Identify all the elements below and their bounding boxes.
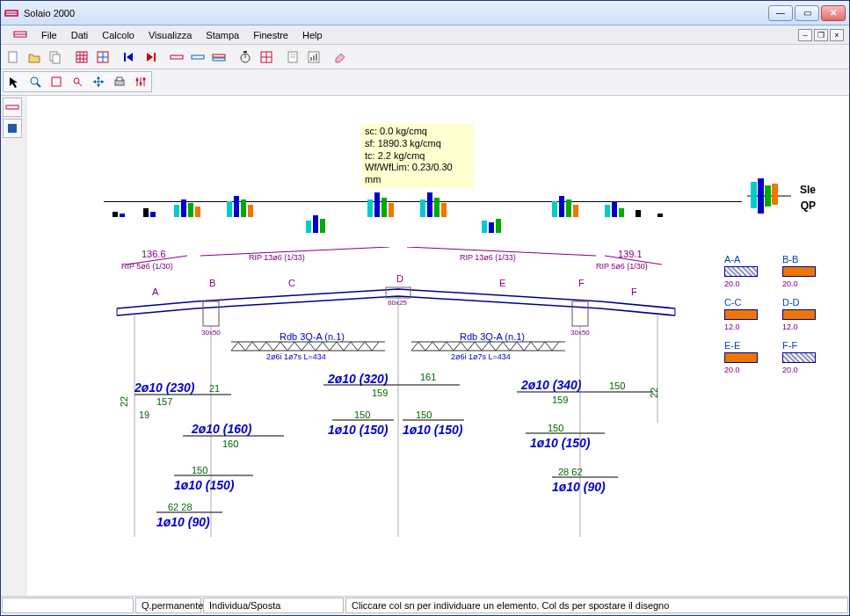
- svg-text:19: 19: [139, 409, 149, 420]
- menu-visualizza[interactable]: Visualizza: [142, 28, 199, 42]
- svg-text:RIP 13ø6 (1/33): RIP 13ø6 (1/33): [460, 253, 516, 262]
- last-icon[interactable]: [140, 47, 161, 67]
- svg-text:Rdb 3Q-A (n.1): Rdb 3Q-A (n.1): [280, 331, 345, 342]
- status-load: Q.permanente: [135, 598, 201, 613]
- svg-rect-23: [243, 51, 247, 53]
- main-toolbar: [1, 45, 849, 69]
- grid1-icon[interactable]: [71, 47, 92, 67]
- svg-rect-4: [9, 52, 17, 62]
- svg-rect-57: [758, 196, 764, 214]
- menu-stampa[interactable]: Stampa: [199, 28, 246, 42]
- menu-calcolo[interactable]: Calcolo: [95, 28, 142, 42]
- svg-text:150: 150: [609, 380, 625, 391]
- svg-text:B: B: [209, 278, 215, 288]
- svg-rect-55: [772, 184, 778, 196]
- qp-label: QP: [801, 199, 816, 212]
- minimize-button[interactable]: —: [768, 5, 793, 21]
- page-icon[interactable]: [282, 47, 303, 67]
- close-button[interactable]: ✕: [821, 5, 846, 21]
- svg-point-47: [140, 83, 142, 85]
- status-mode: Individua/Sposta: [203, 598, 344, 613]
- svg-text:2ø10 (320): 2ø10 (320): [327, 372, 389, 386]
- mdi-restore[interactable]: ❐: [814, 29, 828, 41]
- svg-text:139.1: 139.1: [618, 249, 643, 259]
- info-wf: Wf/WfLim: 0.23/0.30 mm: [365, 162, 470, 186]
- pan-icon[interactable]: [88, 72, 109, 91]
- app-menu-icon[interactable]: [6, 28, 34, 42]
- svg-text:RIP 13ø6 (1/33): RIP 13ø6 (1/33): [249, 253, 305, 262]
- svg-rect-36: [52, 77, 61, 86]
- zoom-icon[interactable]: [25, 72, 46, 91]
- svg-rect-18: [192, 55, 204, 59]
- sle-label: Sle: [800, 184, 816, 196]
- svg-rect-50: [8, 124, 17, 133]
- menu-dati[interactable]: Dati: [64, 28, 96, 42]
- svg-rect-54: [765, 185, 771, 196]
- mdi-minimize[interactable]: –: [798, 29, 812, 41]
- zoom-extents-icon[interactable]: [46, 72, 67, 91]
- svg-rect-56: [751, 196, 757, 208]
- cursor-icon[interactable]: [4, 72, 25, 91]
- svg-text:375.0: 375.0: [275, 247, 300, 249]
- table-icon[interactable]: [256, 47, 277, 67]
- first-icon[interactable]: [119, 47, 140, 67]
- svg-rect-83: [203, 301, 219, 326]
- side-beam-icon[interactable]: [3, 98, 22, 117]
- svg-text:62  28: 62 28: [168, 502, 193, 512]
- print-icon[interactable]: [109, 72, 130, 91]
- beam3-icon[interactable]: [208, 47, 229, 67]
- statusbar: Q.permanente Individua/Sposta Cliccare c…: [1, 596, 849, 615]
- new-icon[interactable]: [3, 47, 24, 67]
- svg-text:159: 159: [552, 395, 568, 405]
- maximize-button[interactable]: ▭: [795, 5, 819, 21]
- status-empty: [2, 598, 134, 613]
- beam1-icon[interactable]: [166, 47, 187, 67]
- svg-text:160: 160: [222, 438, 238, 449]
- svg-text:80x25: 80x25: [388, 299, 407, 307]
- svg-rect-42: [117, 77, 122, 81]
- grid2-icon[interactable]: [92, 47, 113, 67]
- svg-rect-17: [171, 55, 183, 59]
- side-view-icon[interactable]: [3, 119, 22, 138]
- svg-text:150: 150: [192, 465, 207, 475]
- zoom-window-icon[interactable]: [67, 72, 88, 91]
- sliders-icon[interactable]: [130, 72, 151, 91]
- eraser-icon[interactable]: [330, 47, 351, 67]
- svg-text:1ø10 (90): 1ø10 (90): [156, 515, 210, 529]
- svg-rect-7: [76, 52, 87, 62]
- info-sf: sf: 1890.3 kg/cmq: [365, 138, 470, 150]
- menu-finestre[interactable]: Finestre: [246, 28, 295, 42]
- stopwatch-icon[interactable]: [235, 47, 256, 67]
- menu-help[interactable]: Help: [295, 28, 330, 42]
- svg-rect-20: [213, 58, 225, 61]
- info-tc: tc: 2.2 kg/cmq: [365, 150, 470, 163]
- stress-info-box: sc: 0.0 kg/cmq sf: 1890.3 kg/cmq tc: 2.2…: [361, 124, 474, 188]
- svg-point-46: [136, 79, 139, 82]
- report-icon[interactable]: [303, 47, 324, 67]
- svg-rect-53: [758, 178, 764, 196]
- drawing-canvas[interactable]: sc: 0.0 kg/cmq sf: 1890.3 kg/cmq tc: 2.2…: [27, 96, 849, 596]
- svg-text:1ø10 (150): 1ø10 (150): [328, 423, 389, 437]
- menu-file[interactable]: File: [34, 28, 64, 42]
- svg-rect-31: [310, 57, 312, 61]
- copy-icon[interactable]: [45, 47, 66, 67]
- svg-text:2ø6i 1ø7s L=434: 2ø6i 1ø7s L=434: [451, 352, 511, 361]
- titlebar[interactable]: Solaio 2000 — ▭ ✕: [1, 1, 849, 25]
- svg-text:A: A: [152, 286, 159, 297]
- svg-rect-19: [213, 54, 225, 57]
- beam2-icon[interactable]: [187, 47, 208, 67]
- open-icon[interactable]: [24, 47, 45, 67]
- svg-text:F: F: [631, 286, 637, 297]
- svg-text:22: 22: [119, 396, 129, 407]
- svg-text:150: 150: [416, 409, 432, 420]
- view-toolbar: [1, 69, 849, 96]
- side-toolbar: [1, 96, 27, 596]
- svg-text:E: E: [499, 278, 505, 288]
- info-sc: sc: 0.0 kg/cmq: [365, 126, 470, 138]
- svg-text:28  62: 28 62: [558, 467, 583, 477]
- svg-text:375.0: 375.0: [486, 247, 511, 249]
- svg-text:RIP 5ø6 (1/30): RIP 5ø6 (1/30): [596, 262, 648, 271]
- mdi-close[interactable]: ×: [830, 29, 844, 41]
- svg-rect-6: [53, 54, 60, 63]
- svg-rect-33: [316, 54, 317, 61]
